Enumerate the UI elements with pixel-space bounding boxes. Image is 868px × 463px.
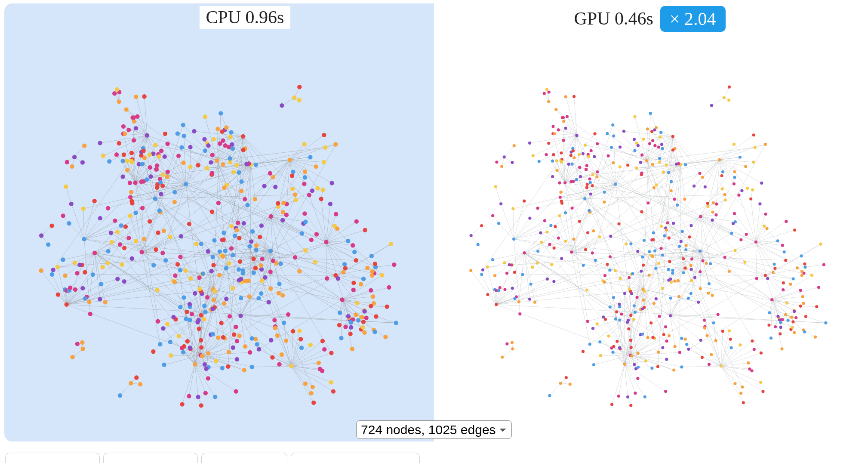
svg-point-2154 bbox=[497, 289, 500, 292]
svg-point-2213 bbox=[781, 318, 784, 321]
svg-point-2070 bbox=[733, 176, 736, 179]
bottom-tab[interactable] bbox=[291, 453, 420, 463]
svg-point-1898 bbox=[776, 239, 779, 242]
svg-point-950 bbox=[193, 291, 197, 296]
svg-point-829 bbox=[299, 346, 304, 350]
svg-point-1865 bbox=[610, 146, 613, 149]
svg-point-963 bbox=[128, 181, 132, 185]
svg-point-2193 bbox=[508, 263, 511, 266]
cpu-graph[interactable] bbox=[4, 3, 434, 441]
bottom-tab[interactable] bbox=[201, 453, 287, 463]
svg-point-989 bbox=[303, 219, 308, 224]
svg-point-1036 bbox=[134, 239, 138, 243]
bottom-tab[interactable] bbox=[103, 453, 198, 463]
svg-point-1106 bbox=[115, 87, 119, 92]
svg-point-983 bbox=[281, 201, 286, 205]
svg-point-946 bbox=[185, 310, 189, 314]
svg-point-954 bbox=[231, 286, 235, 290]
svg-point-2150 bbox=[480, 273, 483, 276]
svg-point-824 bbox=[284, 338, 288, 343]
gpu-graph[interactable] bbox=[434, 3, 864, 441]
svg-point-965 bbox=[129, 151, 134, 155]
svg-point-2185 bbox=[531, 266, 534, 269]
svg-point-2263 bbox=[779, 332, 782, 335]
svg-point-727 bbox=[215, 127, 220, 131]
svg-point-2095 bbox=[635, 296, 638, 299]
svg-point-2088 bbox=[586, 320, 589, 323]
svg-point-2219 bbox=[612, 345, 615, 348]
svg-point-1850 bbox=[571, 207, 574, 210]
svg-line-1212 bbox=[572, 208, 572, 252]
svg-point-802 bbox=[244, 162, 249, 166]
svg-point-2097 bbox=[661, 287, 664, 290]
svg-line-548 bbox=[135, 183, 158, 321]
svg-point-2096 bbox=[643, 290, 646, 293]
svg-point-863 bbox=[277, 281, 281, 286]
svg-point-2077 bbox=[701, 176, 704, 179]
svg-line-1525 bbox=[678, 268, 686, 281]
svg-point-1094 bbox=[203, 391, 208, 395]
svg-point-739 bbox=[98, 216, 102, 220]
svg-point-1123 bbox=[46, 242, 50, 247]
svg-line-1291 bbox=[604, 282, 643, 289]
svg-point-2055 bbox=[717, 313, 720, 316]
svg-point-2184 bbox=[552, 280, 555, 283]
svg-point-2192 bbox=[505, 272, 508, 275]
svg-point-2248 bbox=[548, 90, 551, 93]
svg-point-1767 bbox=[720, 364, 723, 367]
svg-point-628 bbox=[238, 314, 243, 318]
svg-line-464 bbox=[117, 232, 142, 252]
svg-point-651 bbox=[157, 154, 161, 159]
svg-point-1097 bbox=[187, 394, 191, 398]
svg-line-342 bbox=[145, 96, 147, 135]
gpu-panel[interactable]: GPU 0.46s × 2.04 bbox=[434, 3, 864, 441]
svg-point-1774 bbox=[575, 134, 578, 137]
svg-point-801 bbox=[241, 148, 245, 152]
svg-line-67 bbox=[136, 213, 142, 252]
svg-point-2050 bbox=[669, 296, 672, 299]
svg-point-860 bbox=[224, 125, 228, 130]
svg-point-2082 bbox=[616, 340, 619, 343]
bottom-tab[interactable] bbox=[5, 453, 100, 463]
svg-point-940 bbox=[176, 334, 181, 338]
svg-point-847 bbox=[239, 179, 243, 184]
dataset-select[interactable]: 724 nodes, 1025 edges bbox=[356, 420, 512, 439]
svg-point-2075 bbox=[706, 205, 709, 208]
svg-point-2046 bbox=[642, 299, 645, 302]
svg-point-2043 bbox=[586, 183, 589, 186]
svg-line-353 bbox=[283, 220, 302, 234]
svg-point-1095 bbox=[196, 395, 200, 399]
svg-point-699 bbox=[220, 366, 225, 370]
svg-point-1028 bbox=[212, 238, 216, 242]
svg-line-1277 bbox=[765, 275, 779, 320]
svg-line-1231 bbox=[635, 117, 646, 161]
svg-point-1782 bbox=[551, 160, 554, 163]
cpu-panel[interactable]: CPU 0.96s bbox=[4, 3, 434, 441]
svg-point-1986 bbox=[683, 198, 686, 201]
svg-point-2176 bbox=[684, 244, 687, 247]
svg-point-2123 bbox=[573, 95, 576, 98]
svg-point-1053 bbox=[51, 268, 55, 272]
svg-line-281 bbox=[290, 148, 326, 160]
svg-point-1905 bbox=[755, 277, 758, 280]
svg-point-2114 bbox=[553, 132, 556, 135]
svg-point-2027 bbox=[680, 240, 683, 243]
svg-point-2186 bbox=[533, 301, 536, 304]
svg-point-1048 bbox=[68, 285, 72, 290]
svg-point-722 bbox=[179, 145, 184, 149]
svg-point-759 bbox=[342, 262, 347, 266]
svg-point-1981 bbox=[761, 390, 764, 393]
svg-point-2112 bbox=[547, 142, 550, 145]
svg-point-979 bbox=[134, 95, 138, 99]
svg-line-503 bbox=[186, 184, 208, 367]
svg-line-1440 bbox=[694, 177, 703, 186]
svg-point-2139 bbox=[728, 270, 731, 273]
svg-point-1137 bbox=[80, 340, 84, 345]
svg-point-1107 bbox=[361, 320, 366, 324]
svg-point-2125 bbox=[721, 187, 724, 190]
svg-point-818 bbox=[257, 347, 261, 351]
svg-point-855 bbox=[209, 160, 213, 164]
svg-point-1798 bbox=[612, 161, 615, 164]
svg-point-1900 bbox=[783, 250, 786, 253]
svg-point-1045 bbox=[87, 299, 91, 304]
